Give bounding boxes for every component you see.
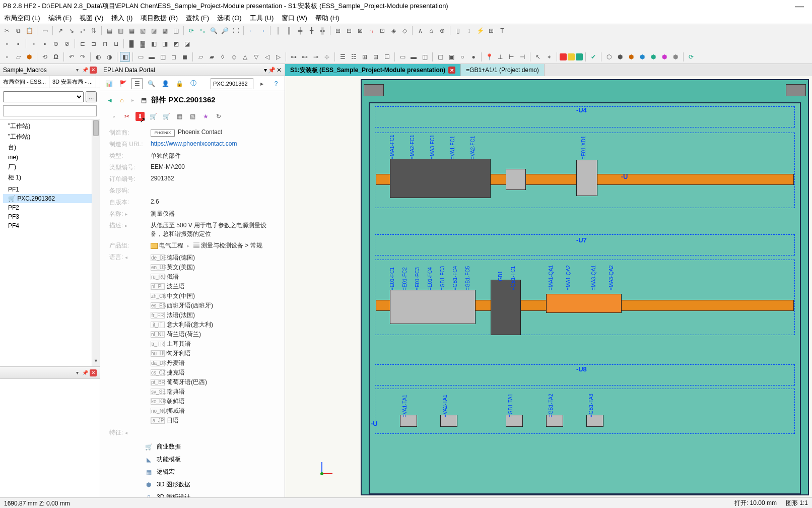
- forward-icon[interactable]: →: [257, 26, 267, 36]
- menu-layout[interactable]: 布局空间 (L): [0, 14, 44, 23]
- close-tab-icon[interactable]: ✕: [448, 67, 455, 74]
- tool-icon[interactable]: ▨: [149, 26, 159, 36]
- tree-item[interactable]: 柜 1): [3, 172, 97, 183]
- action-split-icon[interactable]: ✂: [122, 112, 131, 121]
- tool-icon[interactable]: ⊏: [78, 39, 88, 49]
- language-item[interactable]: zh_CN中文(中国): [151, 291, 276, 301]
- language-item[interactable]: ja_JP日语: [151, 416, 276, 425]
- terminal-block[interactable]: [546, 294, 622, 313]
- tab-active[interactable]: S1:安装板 (ESS_Sample_Project-Module presen…: [285, 64, 461, 76]
- pin-icon[interactable]: 📌: [268, 67, 276, 74]
- grid-icon[interactable]: ╋: [306, 26, 316, 36]
- tree-item[interactable]: 厂): [3, 162, 97, 172]
- tool-icon[interactable]: ▦: [126, 26, 137, 36]
- action-star-icon[interactable]: ★: [201, 112, 210, 121]
- language-item[interactable]: en_US英文(美国): [151, 263, 276, 272]
- menu-find[interactable]: 查找 (F): [182, 14, 213, 23]
- filter-select[interactable]: [3, 91, 84, 102]
- tool-icon[interactable]: ↗: [55, 26, 65, 36]
- project-tree[interactable]: "工作站) "工作站) 台) ine) 厂) 柜 1) PF1 🛒 PXC.29…: [0, 119, 100, 366]
- menu-view[interactable]: 视图 (V): [76, 14, 107, 23]
- tab-inactive[interactable]: =GB1+A1/1 (Project demo): [461, 64, 545, 76]
- feature-item[interactable]: 🛒商业数据: [145, 440, 276, 453]
- pin-icon[interactable]: 📌: [82, 67, 89, 74]
- flag-icon[interactable]: 🚩: [117, 78, 128, 89]
- pin-icon[interactable]: 📍: [484, 52, 494, 62]
- text-icon[interactable]: T: [497, 26, 507, 36]
- snap-icon[interactable]: ⊟: [344, 26, 354, 36]
- tool-icon[interactable]: ▪: [13, 39, 23, 49]
- scroll-thumb[interactable]: [93, 120, 99, 136]
- 3d-viewport[interactable]: -U4 -U =MA1-FC1 =MA2-FC1 =MA3-FC1 =VA1-F…: [285, 76, 812, 497]
- menu-projectdata[interactable]: 项目数据 (R): [137, 14, 182, 23]
- zoom-fit-icon[interactable]: ⛶: [231, 26, 241, 36]
- filter-input[interactable]: [3, 105, 97, 116]
- back-icon[interactable]: ◄: [105, 96, 114, 105]
- tree-item[interactable]: PF1: [3, 185, 97, 194]
- tree-item[interactable]: 台): [3, 142, 97, 153]
- language-item[interactable]: tr_TR土耳其语: [151, 339, 276, 349]
- shape-icon[interactable]: ○: [457, 52, 467, 62]
- chart-icon[interactable]: 📊: [103, 78, 114, 89]
- action-flag-icon[interactable]: ▦: [175, 112, 184, 121]
- link-icon[interactable]: ⊶: [289, 52, 299, 62]
- tool-icon[interactable]: ▷: [273, 52, 283, 62]
- help-icon[interactable]: ?: [270, 78, 282, 89]
- refresh-icon[interactable]: ⟳: [686, 52, 696, 62]
- tree-item[interactable]: PF3: [3, 212, 97, 221]
- device[interactable]: [506, 169, 526, 190]
- action-bars-icon[interactable]: ▧: [188, 112, 197, 121]
- 3d-icon[interactable]: ⬢: [24, 52, 34, 62]
- tool-icon[interactable]: ⌖: [544, 52, 554, 62]
- tag-icon[interactable]: ∧: [415, 26, 425, 36]
- tool-icon[interactable]: ☷: [349, 52, 359, 62]
- tool-icon[interactable]: ▩: [160, 26, 170, 36]
- tool-icon[interactable]: ◧: [120, 52, 130, 62]
- info-icon[interactable]: ⓘ: [188, 78, 199, 89]
- tool-icon[interactable]: ▫: [29, 39, 39, 49]
- go-icon[interactable]: ▸: [256, 78, 267, 89]
- prop-value[interactable]: https://www.phoenixcontact.com: [151, 140, 276, 149]
- tree-item[interactable]: PF4: [3, 221, 97, 230]
- action-cart-icon[interactable]: 🛒: [149, 112, 158, 121]
- language-item[interactable]: cs_CZ捷克语: [151, 368, 276, 377]
- link-icon[interactable]: ⊸: [311, 52, 321, 62]
- menu-window[interactable]: 窗口 (W): [278, 14, 311, 23]
- tool-icon[interactable]: ▬: [147, 52, 157, 62]
- color-icon[interactable]: [568, 53, 575, 60]
- zoom-in-icon[interactable]: 🔍: [209, 26, 219, 36]
- minimize-button[interactable]: —: [790, 1, 809, 12]
- tool-icon[interactable]: ◧: [149, 39, 159, 49]
- view-icon[interactable]: ⬢: [648, 52, 658, 62]
- check-icon[interactable]: ✔: [588, 52, 598, 62]
- tool-icon[interactable]: ◫: [158, 52, 168, 62]
- language-item[interactable]: no_NO挪威语: [151, 406, 276, 416]
- misc-icon[interactable]: ⊞: [486, 26, 496, 36]
- dropdown-icon[interactable]: ▾: [264, 67, 267, 74]
- language-item[interactable]: fr_FR法语(法国): [151, 310, 276, 320]
- doc-icon[interactable]: ▤: [139, 96, 148, 105]
- tool-icon[interactable]: ☰: [337, 52, 348, 62]
- tool-icon[interactable]: ⇅: [89, 26, 99, 36]
- tool-icon[interactable]: ▓: [138, 39, 148, 49]
- user-icon[interactable]: 👤: [160, 78, 171, 89]
- redo-icon[interactable]: ↷: [78, 52, 88, 62]
- snap-icon[interactable]: ⊠: [355, 26, 365, 36]
- tool-icon[interactable]: ◪: [182, 39, 192, 49]
- pin-icon[interactable]: 📌: [82, 369, 89, 376]
- device-group[interactable]: [390, 159, 491, 198]
- tool-icon[interactable]: ◇: [229, 52, 239, 62]
- dropdown-icon[interactable]: ▾: [74, 67, 81, 74]
- shape-icon[interactable]: ▣: [446, 52, 456, 62]
- tab-layout[interactable]: 布局空间 - ESS...: [0, 76, 49, 88]
- tool-icon[interactable]: ◊: [218, 52, 228, 62]
- tool-icon[interactable]: ▱: [13, 52, 23, 62]
- tool-icon[interactable]: ▥: [115, 26, 125, 36]
- tool-icon[interactable]: ▰: [207, 52, 217, 62]
- tool-icon[interactable]: ▬: [409, 52, 419, 62]
- view-icon[interactable]: ⬢: [615, 52, 625, 62]
- tool-icon[interactable]: █: [126, 39, 137, 49]
- tool-icon[interactable]: ◫: [420, 52, 430, 62]
- snap-icon[interactable]: ⊡: [377, 26, 387, 36]
- tool-icon[interactable]: ⊓: [100, 39, 110, 49]
